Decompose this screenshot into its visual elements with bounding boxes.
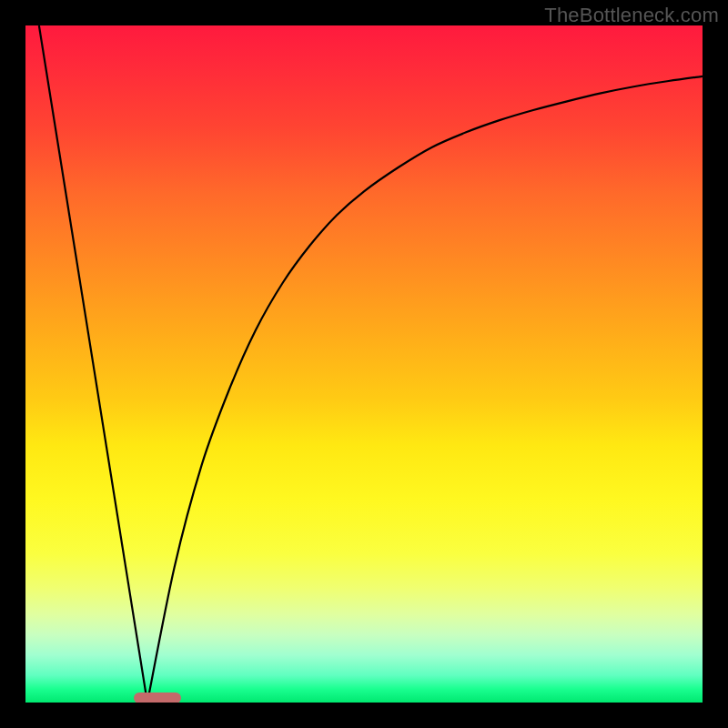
chart-frame: TheBottleneck.com (0, 0, 728, 728)
optimum-marker (134, 693, 181, 703)
curve-left-segment (39, 25, 147, 703)
attribution-label: TheBottleneck.com (544, 4, 719, 27)
curve-right-segment (147, 76, 703, 703)
plot-area (25, 25, 703, 703)
bottleneck-curve (25, 25, 703, 703)
